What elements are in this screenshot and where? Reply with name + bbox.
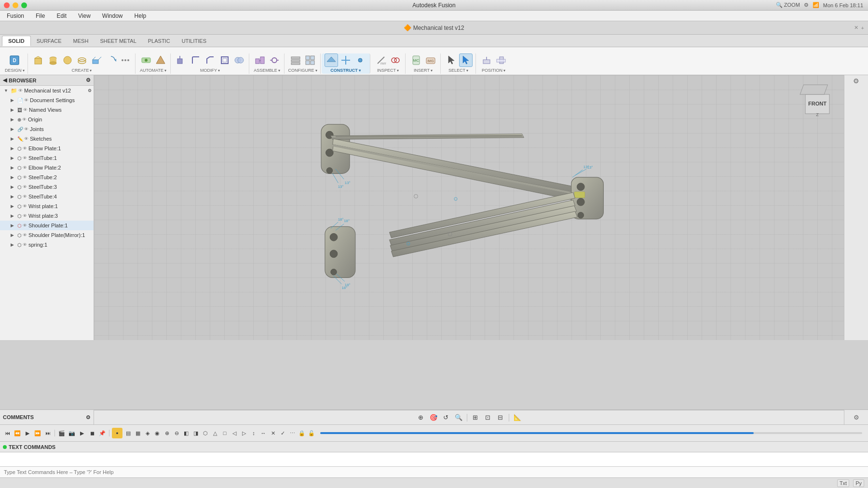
tab-solid[interactable]: SOLID xyxy=(2,36,31,46)
anim-tool-icon[interactable]: △ xyxy=(211,429,219,437)
automate-label[interactable]: AUTOMATE ▾ xyxy=(140,68,166,73)
anim-prev-icon[interactable]: ⏪ xyxy=(13,429,22,437)
tab-surface[interactable]: SURFACE xyxy=(31,36,68,46)
expand-icon[interactable]: ▼ xyxy=(4,88,11,93)
configure-icon2[interactable] xyxy=(303,53,317,67)
vis-icon[interactable]: 👁 xyxy=(23,185,27,189)
anim-tool-icon[interactable]: ⋯ xyxy=(288,429,297,437)
anim-tool-icon[interactable]: 📌 xyxy=(98,429,107,437)
modify-press-pull-icon[interactable] xyxy=(175,53,188,67)
tree-root-item[interactable]: ▼ 📁 👁 Mechanical test v12 ⚙ xyxy=(0,86,94,95)
list-item[interactable]: ▶ ⬡👁 Elbow Plate:2 xyxy=(0,163,94,172)
modify-shell-icon[interactable] xyxy=(218,53,231,67)
anim-first-icon[interactable]: ⏮ xyxy=(3,429,12,437)
list-item[interactable]: ▶ ⬡👁 SteelTube:1 xyxy=(0,153,94,163)
browser-collapse-icon[interactable]: ◀ xyxy=(3,77,7,83)
modify-chamfer-icon[interactable] xyxy=(203,53,217,67)
insert-decal-icon[interactable]: IMG xyxy=(424,53,437,67)
txt-mode-btn[interactable]: Txt xyxy=(837,479,849,487)
vis-icon[interactable]: 👁 xyxy=(24,136,28,141)
anim-tool-icon[interactable]: □ xyxy=(220,429,229,437)
anim-tool-icon[interactable]: ⬡ xyxy=(201,429,210,437)
modify-label[interactable]: MODIFY ▾ xyxy=(200,68,220,73)
list-item[interactable]: ▶ ⬡👁 SteelTube:4 xyxy=(0,192,94,201)
assemble-label[interactable]: ASSEMBLE ▾ xyxy=(254,68,280,73)
menu-edit[interactable]: Edit xyxy=(54,12,68,20)
anim-last-icon[interactable]: ⏭ xyxy=(43,429,52,437)
vp-render-icon[interactable]: 📐 xyxy=(512,412,523,423)
vis-icon[interactable]: 👁 xyxy=(23,223,27,228)
item-eye-icon[interactable]: 👁 xyxy=(18,88,23,93)
construct-axis-icon[interactable] xyxy=(339,53,353,67)
anim-tool-icon[interactable]: ◨ xyxy=(191,429,200,437)
list-item[interactable]: ▶ 🖼👁 Named Views xyxy=(0,105,94,115)
viewport-canvas[interactable]: FRONT Z xyxy=(94,75,844,340)
anim-active-icon[interactable]: ● xyxy=(112,428,122,438)
browser-settings-icon[interactable]: ⚙ xyxy=(86,77,91,83)
anim-tool-icon[interactable]: ✕ xyxy=(269,429,277,437)
list-item[interactable]: ▶ ⬡👁 spring:1 xyxy=(0,240,94,250)
vp-display3-icon[interactable]: ⊟ xyxy=(495,412,506,423)
vp-home-icon[interactable]: ⊕ xyxy=(416,412,426,423)
vis-icon[interactable]: 👁 xyxy=(23,146,27,151)
text-commands-input[interactable] xyxy=(0,467,868,477)
inspect-label[interactable]: INSPECT ▾ xyxy=(377,68,399,73)
list-item[interactable]: ▶ ⬡👁 Elbow Plate:1 xyxy=(0,144,94,153)
position-icon2[interactable] xyxy=(494,53,508,67)
list-item[interactable]: ▶ ⊕👁 Origin xyxy=(0,115,94,124)
vp-display2-icon[interactable]: ⊡ xyxy=(483,412,493,423)
vis-icon[interactable]: 👁 xyxy=(23,107,27,112)
close-doc-icon[interactable]: ✕ xyxy=(854,25,858,31)
construct-point-icon[interactable] xyxy=(353,53,367,67)
position-icon1[interactable] xyxy=(480,53,493,67)
automate-icon1[interactable] xyxy=(139,53,153,67)
settings-icon[interactable]: ⚙ xyxy=(804,2,809,8)
insert-mcmaster-icon[interactable]: MC xyxy=(409,53,423,67)
create-torus-icon[interactable] xyxy=(75,53,89,67)
assemble-new-icon[interactable] xyxy=(253,53,267,67)
configure-label[interactable]: CONFIGURE ▾ xyxy=(288,68,317,73)
minimize-button[interactable] xyxy=(13,2,18,8)
create-extrude-icon[interactable] xyxy=(90,53,103,67)
tab-sheet-metal[interactable]: SHEET METAL xyxy=(94,36,142,46)
vis-icon[interactable]: 👁 xyxy=(23,233,27,237)
anim-tool-icon[interactable]: ✓ xyxy=(278,429,287,437)
vis-icon[interactable]: 👁 xyxy=(23,175,27,180)
list-item[interactable]: ▶ ⬡👁 Wrist plate:3 xyxy=(0,211,94,221)
list-item[interactable]: ▶ 🔗👁 Joints xyxy=(0,124,94,134)
menu-help[interactable]: Help xyxy=(133,12,149,20)
right-panel-icon[interactable]: ⚙ xyxy=(853,77,859,85)
vis-icon[interactable]: 👁 xyxy=(23,156,27,160)
select-label[interactable]: SELECT ▾ xyxy=(448,68,468,73)
close-button[interactable] xyxy=(4,2,10,8)
vis-icon[interactable]: 👁 xyxy=(24,98,28,103)
create-revolve-icon[interactable] xyxy=(104,53,118,67)
anim-tool-icon[interactable]: ↔ xyxy=(259,429,268,437)
vis-icon[interactable]: 👁 xyxy=(23,242,27,247)
anim-tool-icon[interactable]: ◈ xyxy=(143,429,152,437)
construct-plane-icon[interactable] xyxy=(325,53,338,67)
anim-tool-icon[interactable]: ◁ xyxy=(230,429,239,437)
vis-icon[interactable]: 👁 xyxy=(23,165,27,170)
tab-plastic[interactable]: PLASTIC xyxy=(142,36,176,46)
select-icon[interactable] xyxy=(445,53,458,67)
timeline-bar[interactable] xyxy=(320,432,862,434)
anim-tool-icon[interactable]: ◼ xyxy=(88,429,96,437)
maximize-button[interactable] xyxy=(21,2,27,8)
anim-tool-icon[interactable]: ◉ xyxy=(153,429,162,437)
insert-label[interactable]: INSERT ▾ xyxy=(414,68,433,73)
anim-tool-icon[interactable]: 🎬 xyxy=(57,429,66,437)
create-cylinder-icon[interactable] xyxy=(46,53,60,67)
right-bottom-icon[interactable]: ⚙ xyxy=(844,410,868,424)
list-item[interactable]: ▶ 📄👁 Document Settings xyxy=(0,95,94,105)
position-label[interactable]: POSITION ▾ xyxy=(482,68,505,73)
anim-next-icon[interactable]: ⏩ xyxy=(33,429,42,437)
py-mode-btn[interactable]: Py xyxy=(853,479,864,487)
menu-window[interactable]: Window xyxy=(100,12,125,20)
vis-icon[interactable]: 👁 xyxy=(22,117,27,122)
design-label[interactable]: DESIGN ▾ xyxy=(5,68,25,73)
anim-tool-icon[interactable]: 🔒 xyxy=(298,429,306,437)
modify-combine-icon[interactable] xyxy=(232,53,246,67)
list-item[interactable]: ▶ ⬡👁 Wrist plate:1 xyxy=(0,201,94,211)
automate-icon2[interactable] xyxy=(154,53,167,67)
